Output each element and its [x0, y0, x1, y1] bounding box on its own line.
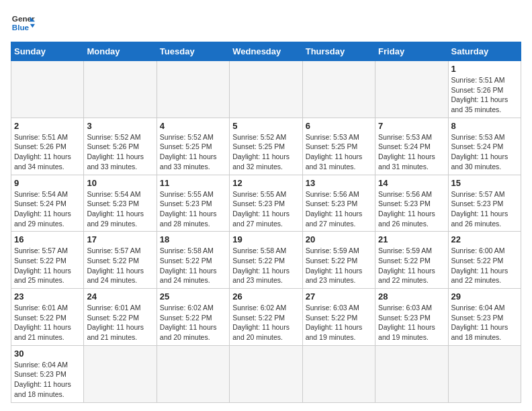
- calendar-cell: 21Sunrise: 5:59 AM Sunset: 5:22 PM Dayli…: [375, 232, 448, 289]
- calendar-header-friday: Friday: [375, 42, 448, 61]
- day-info: Sunrise: 6:04 AM Sunset: 5:23 PM Dayligh…: [451, 303, 518, 342]
- day-info: Sunrise: 5:55 AM Sunset: 5:23 PM Dayligh…: [232, 189, 299, 229]
- day-number: 6: [306, 121, 372, 131]
- calendar-header-sunday: Sunday: [11, 42, 84, 61]
- calendar-cell: 16Sunrise: 5:57 AM Sunset: 5:22 PM Dayli…: [11, 232, 84, 289]
- day-info: Sunrise: 5:52 AM Sunset: 5:26 PM Dayligh…: [87, 132, 153, 172]
- calendar-cell: 12Sunrise: 5:55 AM Sunset: 5:23 PM Dayli…: [230, 175, 302, 232]
- calendar-cell: 10Sunrise: 5:54 AM Sunset: 5:23 PM Dayli…: [84, 175, 157, 232]
- calendar-cell: 2Sunrise: 5:51 AM Sunset: 5:26 PM Daylig…: [11, 118, 84, 175]
- day-info: Sunrise: 6:04 AM Sunset: 5:23 PM Dayligh…: [14, 360, 81, 400]
- calendar-cell: 26Sunrise: 6:02 AM Sunset: 5:22 PM Dayli…: [230, 289, 302, 346]
- day-number: 22: [451, 234, 518, 244]
- day-info: Sunrise: 5:57 AM Sunset: 5:22 PM Dayligh…: [87, 246, 153, 285]
- page-header: General Blue: [11, 11, 521, 35]
- calendar-cell: [230, 61, 302, 118]
- day-number: 13: [306, 178, 372, 188]
- calendar-cell: [84, 345, 157, 402]
- calendar-cell: [448, 345, 521, 402]
- calendar-table: SundayMondayTuesdayWednesdayThursdayFrid…: [11, 42, 521, 403]
- calendar-cell: 27Sunrise: 6:03 AM Sunset: 5:22 PM Dayli…: [302, 289, 375, 346]
- day-info: Sunrise: 6:03 AM Sunset: 5:22 PM Dayligh…: [306, 303, 372, 342]
- calendar-cell: [11, 61, 84, 118]
- day-number: 27: [306, 291, 372, 302]
- day-info: Sunrise: 5:53 AM Sunset: 5:24 PM Dayligh…: [451, 132, 518, 172]
- calendar-header-thursday: Thursday: [302, 42, 375, 61]
- day-number: 26: [232, 291, 299, 302]
- day-number: 25: [160, 291, 226, 302]
- day-number: 16: [14, 234, 81, 244]
- day-number: 7: [378, 121, 445, 131]
- calendar-header-saturday: Saturday: [448, 42, 521, 61]
- calendar-cell: 30Sunrise: 6:04 AM Sunset: 5:23 PM Dayli…: [11, 345, 84, 402]
- calendar-cell: 24Sunrise: 6:01 AM Sunset: 5:22 PM Dayli…: [84, 289, 157, 346]
- calendar-header-monday: Monday: [84, 42, 157, 61]
- day-number: 19: [232, 234, 299, 244]
- calendar-week-row: 30Sunrise: 6:04 AM Sunset: 5:23 PM Dayli…: [11, 345, 521, 402]
- calendar-week-row: 1Sunrise: 5:51 AM Sunset: 5:26 PM Daylig…: [11, 61, 521, 118]
- calendar-cell: 28Sunrise: 6:03 AM Sunset: 5:23 PM Dayli…: [375, 289, 448, 346]
- day-info: Sunrise: 6:02 AM Sunset: 5:22 PM Dayligh…: [160, 303, 226, 342]
- calendar-cell: 19Sunrise: 5:58 AM Sunset: 5:22 PM Dayli…: [230, 232, 302, 289]
- day-number: 9: [14, 178, 81, 188]
- calendar-week-row: 9Sunrise: 5:54 AM Sunset: 5:24 PM Daylig…: [11, 175, 521, 232]
- day-info: Sunrise: 5:56 AM Sunset: 5:23 PM Dayligh…: [378, 189, 445, 229]
- day-number: 4: [160, 121, 226, 131]
- day-number: 2: [14, 121, 81, 131]
- day-number: 15: [451, 178, 518, 188]
- day-info: Sunrise: 5:51 AM Sunset: 5:26 PM Dayligh…: [451, 75, 518, 115]
- day-number: 17: [87, 234, 153, 244]
- calendar-cell: 17Sunrise: 5:57 AM Sunset: 5:22 PM Dayli…: [84, 232, 157, 289]
- logo-icon: General Blue: [11, 11, 35, 35]
- calendar-cell: 20Sunrise: 5:59 AM Sunset: 5:22 PM Dayli…: [302, 232, 375, 289]
- calendar-cell: 13Sunrise: 5:56 AM Sunset: 5:23 PM Dayli…: [302, 175, 375, 232]
- calendar-cell: 25Sunrise: 6:02 AM Sunset: 5:22 PM Dayli…: [157, 289, 229, 346]
- svg-text:Blue: Blue: [12, 23, 30, 32]
- day-info: Sunrise: 6:02 AM Sunset: 5:22 PM Dayligh…: [232, 303, 299, 342]
- calendar-cell: [230, 345, 302, 402]
- calendar-cell: 3Sunrise: 5:52 AM Sunset: 5:26 PM Daylig…: [84, 118, 157, 175]
- calendar-cell: [84, 61, 157, 118]
- day-number: 29: [451, 291, 518, 302]
- day-info: Sunrise: 5:53 AM Sunset: 5:24 PM Dayligh…: [378, 132, 445, 172]
- day-number: 20: [306, 234, 372, 244]
- day-number: 18: [160, 234, 226, 244]
- day-info: Sunrise: 6:03 AM Sunset: 5:23 PM Dayligh…: [378, 303, 445, 342]
- day-info: Sunrise: 5:52 AM Sunset: 5:25 PM Dayligh…: [160, 132, 226, 172]
- day-number: 3: [87, 121, 153, 131]
- calendar-cell: 22Sunrise: 6:00 AM Sunset: 5:22 PM Dayli…: [448, 232, 521, 289]
- calendar-cell: 7Sunrise: 5:53 AM Sunset: 5:24 PM Daylig…: [375, 118, 448, 175]
- day-number: 11: [160, 178, 226, 188]
- day-info: Sunrise: 5:59 AM Sunset: 5:22 PM Dayligh…: [378, 246, 445, 285]
- calendar-cell: 23Sunrise: 6:01 AM Sunset: 5:22 PM Dayli…: [11, 289, 84, 346]
- calendar-cell: 14Sunrise: 5:56 AM Sunset: 5:23 PM Dayli…: [375, 175, 448, 232]
- day-info: Sunrise: 5:56 AM Sunset: 5:23 PM Dayligh…: [306, 189, 372, 229]
- day-number: 28: [378, 291, 445, 302]
- calendar-cell: [302, 61, 375, 118]
- day-info: Sunrise: 6:00 AM Sunset: 5:22 PM Dayligh…: [451, 246, 518, 285]
- day-info: Sunrise: 6:01 AM Sunset: 5:22 PM Dayligh…: [14, 303, 81, 342]
- calendar-cell: 5Sunrise: 5:52 AM Sunset: 5:25 PM Daylig…: [230, 118, 302, 175]
- calendar-cell: [302, 345, 375, 402]
- calendar-cell: 11Sunrise: 5:55 AM Sunset: 5:23 PM Dayli…: [157, 175, 229, 232]
- calendar-cell: 6Sunrise: 5:53 AM Sunset: 5:25 PM Daylig…: [302, 118, 375, 175]
- calendar-cell: 8Sunrise: 5:53 AM Sunset: 5:24 PM Daylig…: [448, 118, 521, 175]
- calendar-cell: 29Sunrise: 6:04 AM Sunset: 5:23 PM Dayli…: [448, 289, 521, 346]
- day-info: Sunrise: 5:59 AM Sunset: 5:22 PM Dayligh…: [306, 246, 372, 285]
- calendar-cell: 9Sunrise: 5:54 AM Sunset: 5:24 PM Daylig…: [11, 175, 84, 232]
- day-number: 5: [232, 121, 299, 131]
- day-info: Sunrise: 5:55 AM Sunset: 5:23 PM Dayligh…: [160, 189, 226, 229]
- day-info: Sunrise: 5:52 AM Sunset: 5:25 PM Dayligh…: [232, 132, 299, 172]
- day-number: 24: [87, 291, 153, 302]
- calendar-cell: 4Sunrise: 5:52 AM Sunset: 5:25 PM Daylig…: [157, 118, 229, 175]
- day-number: 30: [14, 349, 81, 359]
- calendar-week-row: 2Sunrise: 5:51 AM Sunset: 5:26 PM Daylig…: [11, 118, 521, 175]
- day-number: 12: [232, 178, 299, 188]
- calendar-cell: [157, 61, 229, 118]
- calendar-cell: 15Sunrise: 5:57 AM Sunset: 5:23 PM Dayli…: [448, 175, 521, 232]
- day-info: Sunrise: 5:57 AM Sunset: 5:22 PM Dayligh…: [14, 246, 81, 285]
- day-number: 10: [87, 178, 153, 188]
- logo: General Blue: [11, 11, 38, 35]
- calendar-week-row: 16Sunrise: 5:57 AM Sunset: 5:22 PM Dayli…: [11, 232, 521, 289]
- day-info: Sunrise: 5:51 AM Sunset: 5:26 PM Dayligh…: [14, 132, 81, 172]
